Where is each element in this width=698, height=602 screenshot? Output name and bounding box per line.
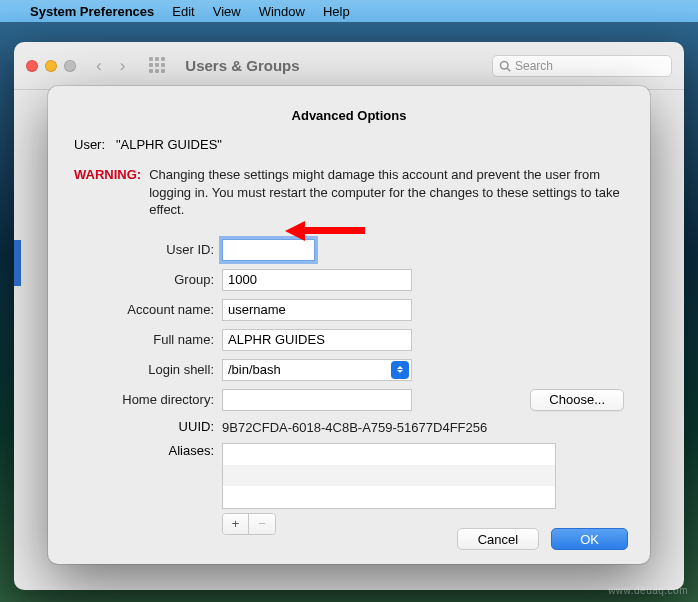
minimize-icon[interactable] <box>45 60 57 72</box>
prefs-toolbar: ‹ › Users & Groups Search <box>14 42 684 90</box>
warning-text: Changing these settings might damage thi… <box>149 166 624 219</box>
advanced-options-sheet: Advanced Options User: "ALPHR GUIDES" WA… <box>48 86 650 564</box>
list-item[interactable] <box>223 465 555 486</box>
user-id-input[interactable] <box>222 239 315 261</box>
search-icon <box>499 60 511 72</box>
show-all-icon[interactable] <box>149 57 167 75</box>
choose-button[interactable]: Choose... <box>530 389 624 411</box>
search-placeholder: Search <box>515 59 553 73</box>
user-value: "ALPHR GUIDES" <box>116 137 222 152</box>
menu-help[interactable]: Help <box>323 4 350 19</box>
watermark: www.deuaq.com <box>608 585 688 596</box>
macos-menubar: System Preferences Edit View Window Help <box>0 0 698 22</box>
sidebar-selection-indicator <box>14 240 21 286</box>
aliases-list[interactable] <box>222 443 556 509</box>
menu-view[interactable]: View <box>213 4 241 19</box>
svg-point-0 <box>501 61 509 69</box>
search-field[interactable]: Search <box>492 55 672 77</box>
user-label: User: <box>74 137 105 152</box>
warning-label: WARNING: <box>74 166 141 219</box>
ok-button[interactable]: OK <box>551 528 628 550</box>
form: User ID: Group: Account name: Full name:… <box>74 239 624 535</box>
user-id-label: User ID: <box>74 242 222 257</box>
uuid-value: 9B72CFDA-6018-4C8B-A759-51677D4FF256 <box>222 419 487 435</box>
window-controls <box>26 60 76 72</box>
svg-line-1 <box>507 68 510 71</box>
back-button[interactable]: ‹ <box>92 56 106 76</box>
sheet-title: Advanced Options <box>74 108 624 123</box>
sheet-footer: Cancel OK <box>457 528 628 550</box>
aliases-label: Aliases: <box>74 443 222 458</box>
login-shell-select[interactable]: /bin/bash <box>222 359 412 381</box>
menu-edit[interactable]: Edit <box>172 4 194 19</box>
user-line: User: "ALPHR GUIDES" <box>74 137 624 152</box>
forward-button[interactable]: › <box>116 56 130 76</box>
cancel-button[interactable]: Cancel <box>457 528 539 550</box>
group-input[interactable] <box>222 269 412 291</box>
warning-block: WARNING: Changing these settings might d… <box>74 166 624 219</box>
login-shell-label: Login shell: <box>74 362 222 377</box>
zoom-icon[interactable] <box>64 60 76 72</box>
home-dir-label: Home directory: <box>74 392 222 407</box>
login-shell-value: /bin/bash <box>228 362 281 377</box>
account-name-input[interactable] <box>222 299 412 321</box>
annotation-arrow-icon <box>285 221 365 239</box>
full-name-input[interactable] <box>222 329 412 351</box>
account-name-label: Account name: <box>74 302 222 317</box>
add-alias-button[interactable]: + <box>223 514 249 534</box>
menu-window[interactable]: Window <box>259 4 305 19</box>
close-icon[interactable] <box>26 60 38 72</box>
remove-alias-button[interactable]: − <box>249 514 275 534</box>
list-item[interactable] <box>223 444 555 465</box>
alias-add-remove: + − <box>222 513 276 535</box>
list-item[interactable] <box>223 486 555 507</box>
home-dir-input[interactable] <box>222 389 412 411</box>
window-title: Users & Groups <box>185 57 299 74</box>
full-name-label: Full name: <box>74 332 222 347</box>
chevron-updown-icon <box>391 361 409 379</box>
group-label: Group: <box>74 272 222 287</box>
app-menu[interactable]: System Preferences <box>30 4 154 19</box>
uuid-label: UUID: <box>74 419 222 435</box>
